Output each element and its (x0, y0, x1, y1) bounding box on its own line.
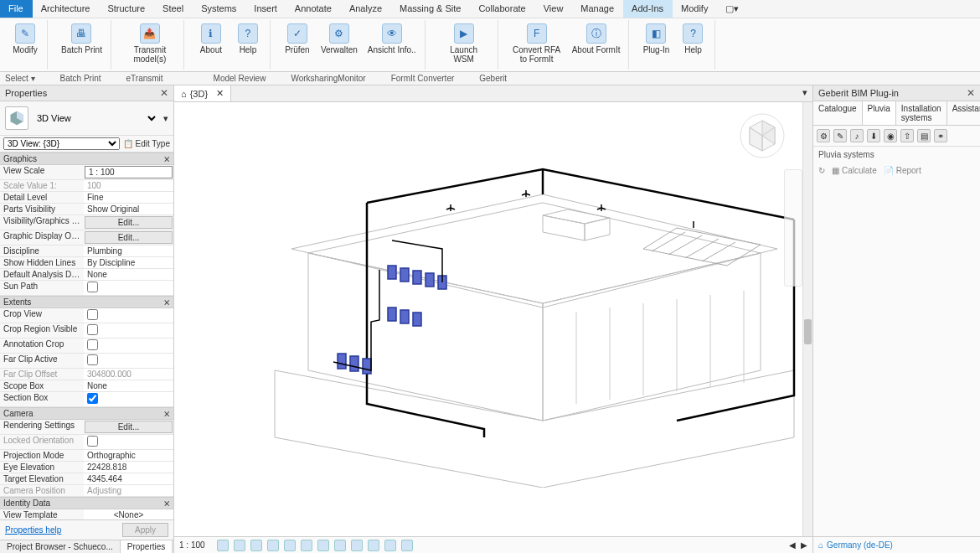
temp-hide-icon[interactable] (351, 540, 363, 551)
unlock-icon[interactable] (334, 540, 346, 551)
group-identity-data[interactable]: Identity Data⨯ (0, 497, 173, 509)
tool-7-icon[interactable]: ▤ (917, 129, 931, 142)
prop-value[interactable] (84, 339, 173, 353)
about-button[interactable]: ℹAbout (194, 22, 228, 56)
scroll-left-icon[interactable]: ◀ (789, 540, 796, 550)
tab-pluvia[interactable]: Pluvia (863, 101, 896, 125)
prop-value[interactable]: None (84, 380, 173, 391)
tab-project-browser[interactable]: Project Browser - Schueco... (0, 540, 121, 553)
group-extents[interactable]: Extents⨯ (0, 296, 173, 308)
plugin-button[interactable]: ◧Plug-In (639, 22, 673, 56)
prop-value[interactable]: By Discipline (84, 257, 173, 268)
scale-label[interactable]: 1 : 100 (179, 540, 205, 550)
about-formit-button[interactable]: ⓘAbout FormIt (569, 22, 624, 65)
prop-value[interactable]: None (84, 269, 173, 280)
tool-4-icon[interactable]: ⬇ (867, 129, 880, 142)
tab-file[interactable]: File (0, 0, 33, 18)
prop-value[interactable]: 4345.464 (84, 473, 173, 484)
sun-path-icon[interactable] (250, 540, 262, 551)
prop-value[interactable]: Edit... (85, 421, 173, 433)
ansicht-button[interactable]: 👁Ansicht Info.. (364, 22, 420, 56)
prop-value[interactable]: Edit... (85, 231, 173, 244)
tab-structure[interactable]: Structure (99, 0, 154, 18)
analytical-icon[interactable] (401, 540, 413, 551)
refresh-button[interactable]: ↻ (818, 166, 825, 175)
visual-style-icon[interactable] (234, 540, 245, 551)
tab-addins[interactable]: Add-Ins (623, 0, 673, 18)
view-tabs-expand[interactable]: ▾ (797, 85, 812, 101)
type-selector[interactable]: 3D View (34, 112, 158, 124)
crop-icon[interactable] (301, 540, 312, 551)
tool-3-icon[interactable]: ♪ (850, 129, 864, 142)
shadows-icon[interactable] (267, 540, 279, 551)
tab-manage[interactable]: Manage (572, 0, 623, 18)
detail-level-icon[interactable] (217, 540, 229, 551)
tab-architecture[interactable]: Architecture (33, 0, 100, 18)
tab-assistants[interactable]: Assistants (947, 101, 980, 125)
constraints-icon[interactable] (384, 540, 396, 551)
verwalten-button[interactable]: ⚙Verwalten (317, 22, 361, 56)
prop-value[interactable]: Show Original (84, 204, 173, 214)
prop-value[interactable]: Edit... (85, 216, 173, 229)
close-plugin-icon[interactable]: ✕ (967, 87, 975, 99)
report-button[interactable]: 📄 Report (884, 166, 921, 175)
tab-analyze[interactable]: Analyze (341, 0, 391, 18)
tab-extra[interactable]: ▢▾ (717, 0, 748, 18)
close-icon[interactable]: ✕ (160, 87, 168, 99)
tab-catalogue[interactable]: Catalogue (813, 101, 863, 125)
prop-value[interactable]: Plumbing (84, 245, 173, 256)
scroll-right-icon[interactable]: ▶ (801, 540, 807, 550)
prop-value[interactable] (84, 281, 173, 295)
prop-value[interactable] (84, 323, 173, 338)
prop-value[interactable]: Adjusting (84, 485, 173, 496)
tab-modify[interactable]: Modify (673, 0, 717, 18)
properties-help-link[interactable]: Properties help (5, 525, 61, 535)
tool-5-icon[interactable]: ◉ (884, 129, 897, 142)
tool-6-icon[interactable]: ⇧ (900, 129, 914, 142)
view-cube[interactable] (737, 111, 787, 161)
view-selector[interactable]: 3D View: {3D} (3, 137, 120, 150)
prop-value[interactable]: 100 (84, 180, 173, 191)
launch-wsm-button[interactable]: ▶Launch WSM (436, 22, 493, 65)
rendering-icon[interactable] (284, 540, 296, 551)
tab-systems[interactable]: Systems (193, 0, 245, 18)
edit-type-button[interactable]: 📋 Edit Type (123, 139, 170, 148)
transmit-button[interactable]: 📤Transmit model(s) (121, 22, 178, 65)
tab-properties[interactable]: Properties (121, 540, 173, 553)
locale-label[interactable]: Germany (de-DE) (827, 540, 893, 550)
group-graphics[interactable]: Graphics⨯ (0, 152, 173, 165)
apply-button[interactable]: Apply (122, 523, 168, 537)
tool-2-icon[interactable]: ✎ (833, 129, 847, 142)
tab-installation[interactable]: Installation systems (896, 101, 947, 125)
help2-button[interactable]: ?Help (676, 22, 709, 56)
reveal-icon[interactable] (368, 540, 379, 551)
tab-insert[interactable]: Insert (245, 0, 286, 18)
navigation-bar[interactable] (784, 169, 802, 287)
prop-value[interactable] (84, 308, 173, 323)
prop-value[interactable]: Orthographic (84, 450, 173, 461)
prufen-button[interactable]: ✓Prüfen (281, 22, 314, 56)
group-camera[interactable]: Camera⨯ (0, 407, 173, 420)
tab-steel[interactable]: Steel (154, 0, 193, 18)
modify-button[interactable]: ✎Modify (8, 22, 42, 56)
convert-rfa-button[interactable]: FConvert RFA to FormIt (508, 22, 565, 65)
view-tab-3d[interactable]: ⌂ {3D} ✕ (174, 85, 231, 101)
tool-1-icon[interactable]: ⚙ (817, 129, 830, 142)
prop-value[interactable] (84, 392, 173, 406)
tab-collaborate[interactable]: Collaborate (470, 0, 534, 18)
calculate-button[interactable]: ▦ Calculate (832, 166, 877, 175)
tab-massing[interactable]: Massing & Site (391, 0, 470, 18)
tab-view[interactable]: View (535, 0, 573, 18)
chevron-down-icon[interactable]: ▾ (163, 113, 168, 124)
prop-value[interactable] (84, 354, 173, 368)
drawing-canvas[interactable] (174, 102, 812, 536)
prop-value[interactable] (84, 435, 173, 449)
prop-value[interactable]: 304800.000 (84, 369, 173, 380)
crop-region-icon[interactable] (317, 540, 329, 551)
scrollbar-vertical[interactable] (802, 102, 812, 536)
prop-value[interactable]: 1 : 100 (85, 166, 173, 178)
tab-annotate[interactable]: Annotate (286, 0, 341, 18)
help-button[interactable]: ?Help (231, 22, 265, 56)
batch-print-button[interactable]: 🖶Batch Print (58, 22, 106, 56)
prop-value[interactable]: 22428.818 (84, 462, 173, 473)
